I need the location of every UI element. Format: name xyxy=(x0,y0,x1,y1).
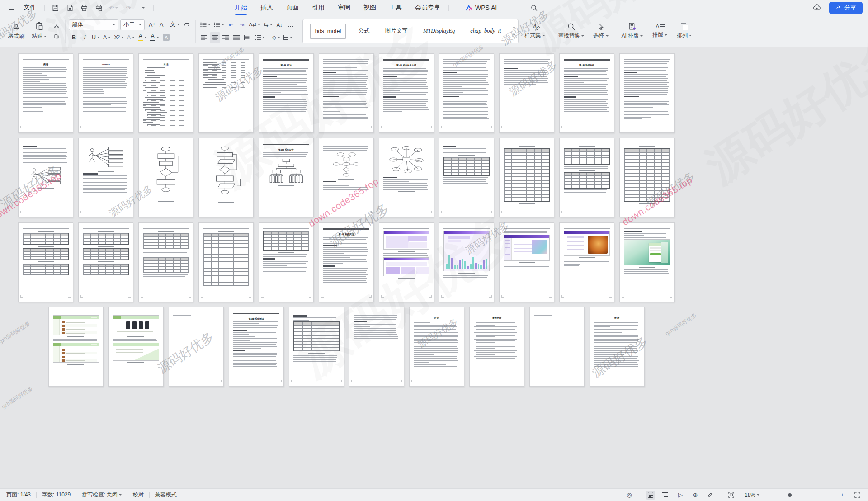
clear-format-button[interactable] xyxy=(182,19,192,30)
cut-button[interactable] xyxy=(51,21,62,30)
quickbar-more-button[interactable] xyxy=(137,2,149,13)
page-thumbnail-19[interactable] xyxy=(439,138,494,217)
line-spacing-button[interactable] xyxy=(253,32,266,43)
page-thumbnail-38[interactable] xyxy=(289,307,344,387)
page-thumbnail-9[interactable] xyxy=(499,53,554,133)
status-spellcheck[interactable]: 拼写检查: 关闭 xyxy=(82,491,122,499)
undo-button[interactable]: ↶ xyxy=(107,2,120,13)
page-thumbnail-27[interactable] xyxy=(259,222,314,302)
numbered-list-button[interactable] xyxy=(212,19,226,30)
page-thumbnail-6[interactable] xyxy=(319,53,374,133)
page-thumbnail-28[interactable]: 第5章 系统实现 xyxy=(319,222,374,302)
style-item-bds_motel[interactable]: bds_motel xyxy=(310,24,347,39)
sort-button[interactable]: A↓ xyxy=(274,19,285,30)
page-thumbnail-35[interactable] xyxy=(108,307,164,387)
page-thumbnail-3[interactable]: 目 录 xyxy=(138,53,193,133)
font-size-select[interactable]: 小二 xyxy=(120,19,145,30)
page-thumbnail-40[interactable]: 结 论 xyxy=(409,307,464,387)
page-thumbnail-36[interactable] xyxy=(169,307,224,387)
text-effects-button[interactable]: A xyxy=(126,32,136,43)
page-thumbnail-15[interactable] xyxy=(198,138,254,217)
zoom-in-button[interactable]: + xyxy=(838,491,847,500)
page-thumbnail-42[interactable] xyxy=(529,307,585,387)
tab-插入[interactable]: 插入 xyxy=(260,0,274,15)
print-button[interactable] xyxy=(78,2,90,13)
page-thumbnail-26[interactable] xyxy=(198,222,254,302)
ink-annotate-button[interactable] xyxy=(706,491,715,500)
style-set-button[interactable]: A 样式集 xyxy=(522,22,548,40)
page-thumbnail-30[interactable] xyxy=(439,222,494,302)
cjk-layout-button[interactable]: ⇆ xyxy=(262,19,274,30)
page-thumbnail-37[interactable]: 第6章 系统测试 xyxy=(229,307,284,387)
print-preview-button[interactable] xyxy=(93,2,104,13)
bold-button[interactable]: B xyxy=(69,32,79,43)
highlight-button[interactable]: A xyxy=(137,32,148,43)
style-item-MTDisplayEq[interactable]: MTDisplayEq xyxy=(420,26,458,36)
italic-button[interactable]: I xyxy=(80,32,90,43)
page-thumbnail-14[interactable] xyxy=(138,138,193,217)
layout-button[interactable]: A 排版 xyxy=(649,22,670,40)
page-thumbnail-17[interactable] xyxy=(319,138,374,217)
wps-ai-button[interactable]: WPS AI xyxy=(463,4,500,11)
status-proofread[interactable]: 校对 xyxy=(133,491,144,499)
tab-开始[interactable]: 开始 xyxy=(234,0,248,15)
justify-button[interactable] xyxy=(231,32,242,43)
style-item-chap_body_it[interactable]: chap_body_it xyxy=(467,26,505,36)
outline-view-button[interactable] xyxy=(661,491,670,500)
web-view-button[interactable]: ⊕ xyxy=(691,491,700,500)
cloud-sync-button[interactable] xyxy=(811,2,823,13)
char-shading-button[interactable]: A xyxy=(161,32,171,43)
increase-indent-button[interactable]: ⇥ xyxy=(237,19,247,30)
page-thumbnail-10[interactable]: 第3章 系统分析 xyxy=(559,53,614,133)
page-thumbnail-23[interactable] xyxy=(18,222,73,302)
strikethrough-button[interactable]: A xyxy=(102,32,112,43)
page-thumbnail-41[interactable]: 参考文献 xyxy=(469,307,524,387)
page-thumbnail-31[interactable] xyxy=(499,222,554,302)
page-view-button[interactable] xyxy=(646,491,655,500)
export-button[interactable] xyxy=(64,2,75,13)
page-thumbnail-18[interactable] xyxy=(379,138,434,217)
text-direction-button[interactable]: A⇄ xyxy=(248,19,262,30)
font-color-button[interactable]: A xyxy=(149,32,160,43)
page-thumbnail-8[interactable] xyxy=(439,53,494,133)
style-gallery-up-button[interactable] xyxy=(511,25,515,30)
borders-button[interactable] xyxy=(282,32,294,43)
file-menu-button[interactable]: 文件 xyxy=(20,2,40,14)
decrease-indent-button[interactable]: ⇤ xyxy=(226,19,236,30)
tab-视图[interactable]: 视图 xyxy=(363,0,377,15)
superscript-button[interactable]: X² xyxy=(113,32,125,43)
page-thumbnail-11[interactable] xyxy=(619,53,675,133)
font-family-select[interactable]: 黑体 xyxy=(69,19,118,30)
style-item-公式[interactable]: 公式 xyxy=(355,25,373,37)
paragraph-shading-button[interactable]: ◇ xyxy=(271,32,282,43)
page-thumbnail-7[interactable]: 第2章 相关技术介绍 xyxy=(379,53,434,133)
share-button[interactable]: 分享 xyxy=(829,2,863,14)
increase-font-button[interactable]: A⁺ xyxy=(147,19,157,30)
page-thumbnail-29[interactable] xyxy=(379,222,434,302)
zoom-level-button[interactable]: 18% xyxy=(742,492,762,499)
bullet-list-button[interactable] xyxy=(199,19,212,30)
align-center-button[interactable] xyxy=(210,32,220,43)
copy-button[interactable] xyxy=(51,32,62,41)
eye-protection-button[interactable]: ◎ xyxy=(625,491,634,500)
page-thumbnail-32[interactable] xyxy=(559,222,614,302)
align-right-button[interactable] xyxy=(221,32,231,43)
page-thumbnail-16[interactable]: 第4章 系统设计 xyxy=(259,138,314,217)
redo-button[interactable]: ↷ xyxy=(123,2,134,13)
show-marks-button[interactable] xyxy=(285,19,296,30)
decrease-font-button[interactable]: A⁻ xyxy=(158,19,168,30)
style-gallery-down-button[interactable] xyxy=(511,33,515,37)
paste-button[interactable]: 粘贴 xyxy=(29,20,49,42)
page-thumbnail-20[interactable] xyxy=(499,138,554,217)
arrange-button[interactable]: 排列 xyxy=(674,22,695,40)
tab-审阅[interactable]: 审阅 xyxy=(337,0,351,15)
status-word-count[interactable]: 字数: 11029 xyxy=(42,491,71,499)
page-thumbnail-43[interactable]: 致 谢 xyxy=(590,307,645,387)
status-page-indicator[interactable]: 页面: 1/43 xyxy=(6,491,31,499)
save-button[interactable] xyxy=(49,2,61,13)
ai-layout-button[interactable]: AI 排版 xyxy=(618,21,646,41)
search-button[interactable] xyxy=(528,2,540,13)
document-canvas[interactable]: 摘 要Abstract目 录第1章 绪 论第2章 相关技术介绍第3章 系统分析第… xyxy=(0,47,868,488)
pinyin-guide-button[interactable]: 文 xyxy=(169,19,181,30)
select-button[interactable]: 选择 xyxy=(590,22,612,41)
